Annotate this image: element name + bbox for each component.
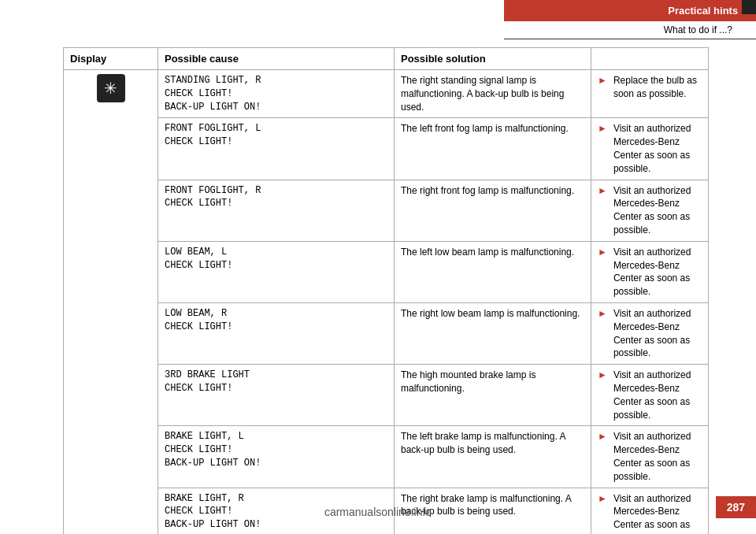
display-code: BRAKE LIGHT, L CHECK LIGHT! BACK-UP LIGH… bbox=[158, 426, 395, 488]
table-row: STANDING LIGHT, R CHECK LIGHT! BACK-UP L… bbox=[64, 70, 709, 118]
arrow-icon: ► bbox=[598, 122, 607, 135]
arrow-icon: ► bbox=[598, 430, 607, 443]
display-code: FRONT FOGLIGHT, L CHECK LIGHT! bbox=[158, 118, 395, 180]
col-solution: Possible solution bbox=[395, 48, 591, 70]
display-code: STANDING LIGHT, R CHECK LIGHT! BACK-UP L… bbox=[158, 70, 395, 118]
what-to-do-label: What to do if ...? bbox=[664, 24, 732, 35]
solution-text: Visit an authorized Mercedes-Benz Center… bbox=[613, 184, 702, 237]
solution-text: Visit an authorized Mercedes-Benz Center… bbox=[613, 430, 702, 483]
possible-cause: The right standing signal lamp is malfun… bbox=[395, 70, 591, 118]
footer-logo: carmanualsonline.info bbox=[324, 506, 432, 518]
main-content: Display Possible cause Possible solution… bbox=[63, 47, 709, 534]
col-cause: Possible cause bbox=[158, 48, 395, 70]
solution-text: Visit an authorized Mercedes-Benz Center… bbox=[613, 369, 702, 421]
display-code: LOW BEAM, R CHECK LIGHT! bbox=[158, 302, 395, 364]
possible-cause: The right low beam lamp is malfunctionin… bbox=[395, 302, 591, 364]
possible-cause: The left front fog lamp is malfunctionin… bbox=[395, 118, 591, 180]
possible-solution: ►Visit an authorized Mercedes-Benz Cente… bbox=[591, 426, 709, 488]
black-tab bbox=[742, 0, 756, 14]
table-row: 3RD BRAKE LIGHT CHECK LIGHT!The high mou… bbox=[64, 365, 709, 426]
solution-text: Visit an authorized Mercedes-Benz Center… bbox=[613, 246, 702, 299]
bulb-icon bbox=[97, 74, 125, 102]
possible-solution: ►Visit an authorized Mercedes-Benz Cente… bbox=[591, 365, 709, 426]
solution-text: Visit an authorized Mercedes-Benz Center… bbox=[613, 307, 702, 360]
table-row: LOW BEAM, L CHECK LIGHT!The left low bea… bbox=[64, 241, 709, 302]
header-area: Practical hints What to do if ...? bbox=[504, 0, 756, 39]
table-row: BRAKE LIGHT, L CHECK LIGHT! BACK-UP LIGH… bbox=[64, 426, 709, 488]
col-display: Display bbox=[64, 48, 158, 70]
data-table: Display Possible cause Possible solution… bbox=[63, 47, 709, 534]
practical-hints-label: Practical hints bbox=[668, 5, 738, 17]
arrow-icon: ► bbox=[598, 307, 607, 321]
arrow-icon: ► bbox=[598, 246, 607, 259]
possible-cause: The high mounted brake lamp is malfuncti… bbox=[395, 365, 591, 426]
display-code: 3RD BRAKE LIGHT CHECK LIGHT! bbox=[158, 365, 395, 426]
possible-solution: ►Visit an authorized Mercedes-Benz Cente… bbox=[591, 241, 709, 302]
table-row: FRONT FOGLIGHT, R CHECK LIGHT!The right … bbox=[64, 180, 709, 241]
page-number: 287 bbox=[716, 496, 756, 518]
arrow-icon: ► bbox=[598, 74, 607, 87]
possible-cause: The right front fog lamp is malfunctioni… bbox=[395, 180, 591, 241]
possible-cause: The left low beam lamp is malfunctioning… bbox=[395, 241, 591, 302]
possible-solution: ►Replace the bulb as soon as possible. bbox=[591, 70, 709, 118]
practical-hints-bar: Practical hints bbox=[504, 0, 756, 21]
display-code: FRONT FOGLIGHT, R CHECK LIGHT! bbox=[158, 180, 395, 241]
what-to-do-bar: What to do if ...? bbox=[504, 21, 756, 39]
solution-text: Visit an authorized Mercedes-Benz Center… bbox=[613, 492, 702, 534]
arrow-icon: ► bbox=[598, 492, 607, 506]
arrow-icon: ► bbox=[598, 369, 607, 382]
possible-solution: ►Visit an authorized Mercedes-Benz Cente… bbox=[591, 302, 709, 364]
solution-text: Replace the bulb as soon as possible. bbox=[613, 74, 702, 101]
possible-solution: ►Visit an authorized Mercedes-Benz Cente… bbox=[591, 488, 709, 534]
icon-cell bbox=[64, 70, 158, 535]
arrow-icon: ► bbox=[598, 184, 607, 198]
solution-text: Visit an authorized Mercedes-Benz Center… bbox=[613, 122, 702, 175]
possible-solution: ►Visit an authorized Mercedes-Benz Cente… bbox=[591, 180, 709, 241]
table-row: LOW BEAM, R CHECK LIGHT!The right low be… bbox=[64, 302, 709, 364]
possible-cause: The left brake lamp is malfunctioning. A… bbox=[395, 426, 591, 488]
display-code: LOW BEAM, L CHECK LIGHT! bbox=[158, 241, 395, 302]
possible-solution: ►Visit an authorized Mercedes-Benz Cente… bbox=[591, 118, 709, 180]
table-row: FRONT FOGLIGHT, L CHECK LIGHT!The left f… bbox=[64, 118, 709, 180]
table-header-row: Display Possible cause Possible solution bbox=[64, 48, 709, 70]
